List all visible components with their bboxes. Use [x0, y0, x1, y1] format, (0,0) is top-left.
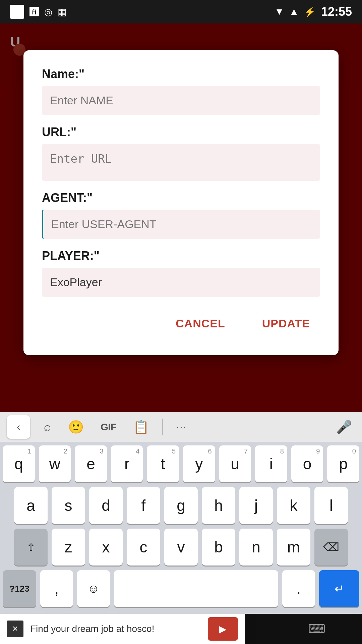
agent-input[interactable] [42, 210, 320, 239]
keyboard-toolbar: ‹ ⌕ 🙂 GIF 📋 ··· 🎤 [0, 412, 362, 442]
agent-label: AGENT:" [42, 191, 320, 205]
numspec-key[interactable]: ?123 [3, 570, 36, 607]
keyboard-gif-button[interactable]: GIF [97, 418, 120, 436]
url-input[interactable] [42, 144, 320, 181]
name-label: Name:" [42, 67, 320, 81]
kb-toolbar-left: ‹ ⌕ 🙂 GIF 📋 ··· [7, 415, 190, 439]
notification-icon-2: ◎ [44, 6, 52, 17]
keyboard-rows: 1q 2w 3e 4r 5t 6y 7u 8i 9o 0p a s d f g … [0, 442, 362, 614]
keyboard-sticker-button[interactable]: 🙂 [65, 416, 87, 438]
app-icon [10, 5, 24, 19]
keyboard-back-button[interactable]: ‹ [7, 415, 30, 439]
key-g[interactable]: g [164, 487, 198, 524]
keyboard-mic-button[interactable]: 🎤 [333, 416, 355, 438]
agent-field-group: AGENT:" [42, 191, 320, 239]
key-c[interactable]: c [127, 529, 160, 566]
shift-key[interactable]: ⇧ [14, 529, 48, 566]
status-bar-left: 🅰 ◎ ▦ [10, 5, 66, 19]
key-d[interactable]: d [89, 487, 123, 524]
status-time: 12:55 [321, 5, 352, 19]
dialog-actions: CANCEL UPDATE [42, 310, 320, 337]
ad-action-btn[interactable]: ▶ [208, 617, 238, 641]
player-label: PLAYER:" [42, 249, 320, 263]
ad-text: Find your dream job at hosco! [30, 624, 201, 634]
emoji-key[interactable]: ☺ [77, 570, 110, 607]
ad-close-icon: ✕ [7, 621, 23, 637]
key-n[interactable]: n [239, 529, 273, 566]
key-y[interactable]: 6y [183, 445, 215, 482]
key-p[interactable]: 0p [327, 445, 359, 482]
key-b[interactable]: b [202, 529, 235, 566]
key-k[interactable]: k [277, 487, 310, 524]
keyboard-row-4: ?123 , ☺ . ↵ [3, 570, 359, 607]
key-i[interactable]: 8i [255, 445, 287, 482]
key-f[interactable]: f [127, 487, 160, 524]
name-input[interactable] [42, 86, 320, 115]
key-period[interactable]: . [282, 570, 315, 607]
enter-key[interactable]: ↵ [319, 570, 359, 607]
key-r[interactable]: 4r [111, 445, 143, 482]
player-input[interactable] [42, 268, 320, 297]
dialog-box: Name:" URL:" AGENT:" PLAYER:" CANCEL UPD… [23, 50, 339, 355]
notification-icon-1: 🅰 [29, 6, 39, 17]
keyboard-row-1: 1q 2w 3e 4r 5t 6y 7u 8i 9o 0p [3, 445, 359, 482]
wifi-icon: ▼ [275, 6, 284, 17]
keyboard-search-button[interactable]: ⌕ [40, 416, 55, 437]
update-button[interactable]: UPDATE [252, 310, 320, 337]
battery-icon: ⚡ [304, 6, 316, 17]
notification-icon-3: ▦ [58, 6, 66, 17]
backspace-key[interactable]: ⌫ [314, 529, 348, 566]
space-key[interactable] [114, 570, 278, 607]
key-t[interactable]: 5t [147, 445, 179, 482]
signal-icon: ▲ [289, 6, 299, 17]
player-field-group: PLAYER:" [42, 249, 320, 297]
status-bar: 🅰 ◎ ▦ ▼ ▲ ⚡ 12:55 [0, 0, 362, 23]
key-u[interactable]: 7u [219, 445, 251, 482]
keyboard: ‹ ⌕ 🙂 GIF 📋 ··· 🎤 1q 2w 3e 4r 5t 6y 7u 8… [0, 412, 362, 614]
key-s[interactable]: s [52, 487, 85, 524]
name-field-group: Name:" [42, 67, 320, 115]
key-q[interactable]: 1q [3, 445, 35, 482]
ad-banner: ✕ Find your dream job at hosco! ▶ [0, 614, 245, 644]
key-e[interactable]: 3e [75, 445, 107, 482]
kb-divider [162, 419, 163, 435]
key-comma[interactable]: , [40, 570, 73, 607]
key-j[interactable]: j [239, 487, 273, 524]
url-field-group: URL:" [42, 125, 320, 181]
keyboard-clipboard-button[interactable]: 📋 [130, 416, 152, 438]
key-m[interactable]: m [277, 529, 310, 566]
cancel-button[interactable]: CANCEL [166, 310, 235, 337]
key-a[interactable]: a [14, 487, 48, 524]
keyboard-row-3: ⇧ z x c v b n m ⌫ [3, 529, 359, 566]
key-l[interactable]: l [314, 487, 348, 524]
key-v[interactable]: v [164, 529, 198, 566]
key-w[interactable]: 2w [39, 445, 71, 482]
url-label: URL:" [42, 125, 320, 139]
key-h[interactable]: h [202, 487, 235, 524]
key-x[interactable]: x [89, 529, 123, 566]
keyboard-row-2: a s d f g h j k l [3, 487, 359, 524]
keyboard-more-button[interactable]: ··· [173, 418, 190, 436]
key-z[interactable]: z [52, 529, 85, 566]
status-bar-right: ▼ ▲ ⚡ 12:55 [275, 5, 352, 19]
key-o[interactable]: 9o [291, 445, 323, 482]
